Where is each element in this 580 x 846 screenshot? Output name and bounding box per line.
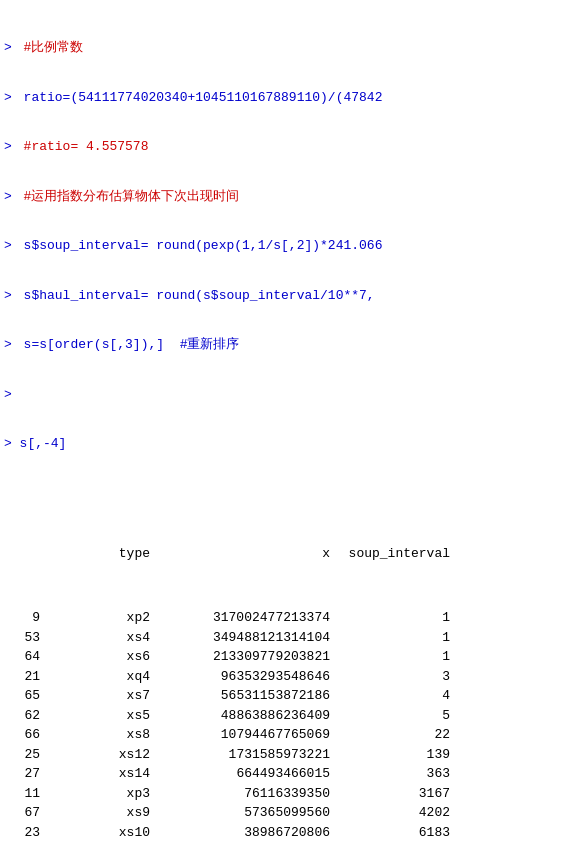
table-row: 53 xs4 349488121314104 1	[4, 628, 576, 648]
prompt-2: >	[4, 88, 12, 108]
cell-rownum: 64	[4, 647, 44, 667]
prompt-1: >	[4, 38, 12, 58]
cell-type: xs12	[44, 745, 154, 765]
prompt-5: >	[4, 236, 12, 256]
line-comment-1: > #比例常数	[4, 38, 576, 58]
cell-soup: 363	[334, 764, 454, 784]
prompt-3: >	[4, 137, 12, 157]
cell-type: xs6	[44, 647, 154, 667]
cell-soup: 9681	[334, 842, 454, 846]
command-text: > s[,-4]	[4, 434, 66, 454]
cell-x: 96353293548646	[154, 667, 334, 687]
table-row: 66 xs8 10794467765069 22	[4, 725, 576, 745]
cell-soup: 4	[334, 686, 454, 706]
cell-x: 76116339350	[154, 784, 334, 804]
cell-x: 317002477213374	[154, 608, 334, 628]
cell-rownum: 67	[4, 803, 44, 823]
cell-rownum: 66	[4, 725, 44, 745]
cell-x: 1731585973221	[154, 745, 334, 765]
cell-type: xs10	[44, 823, 154, 843]
cell-type: xq4	[44, 667, 154, 687]
table-header: type x soup_interval	[4, 544, 576, 564]
text-1: #比例常数	[16, 38, 84, 58]
table-row: 23 xs10 38986720806 6183	[4, 823, 576, 843]
cell-x: 10794467765069	[154, 725, 334, 745]
cell-x: 664493466015	[154, 764, 334, 784]
line-command: > s[,-4]	[4, 434, 576, 454]
cell-rownum: 25	[4, 745, 44, 765]
cell-type: xs16	[44, 842, 154, 846]
cell-type: xp3	[44, 784, 154, 804]
table-row: 64 xs6 213309779203821 1	[4, 647, 576, 667]
prompt-4: >	[4, 187, 12, 207]
cell-soup: 1	[334, 608, 454, 628]
text-4: #运用指数分布估算物体下次出现时间	[16, 187, 240, 207]
header-rownum	[4, 544, 44, 564]
cell-type: xs14	[44, 764, 154, 784]
line-code-3: > s$haul_interval= round(s$soup_interval…	[4, 286, 576, 306]
cell-rownum: 21	[4, 667, 44, 687]
table-row: 27 xs14 664493466015 363	[4, 764, 576, 784]
cell-soup: 139	[334, 745, 454, 765]
cell-soup: 6183	[334, 823, 454, 843]
cell-type: xs9	[44, 803, 154, 823]
table-row: 11 xp3 76116339350 3167	[4, 784, 576, 804]
text-7: s=s[order(s[,3]),] #重新排序	[16, 335, 240, 355]
prompt-6: >	[4, 286, 12, 306]
cell-soup: 1	[334, 628, 454, 648]
line-code-2: > s$soup_interval= round(pexp(1,1/s[,2])…	[4, 236, 576, 256]
cell-rownum: 65	[4, 686, 44, 706]
cell-type: xs5	[44, 706, 154, 726]
cell-x: 38986720806	[154, 823, 334, 843]
cell-rownum: 29	[4, 842, 44, 846]
cell-soup: 4202	[334, 803, 454, 823]
cell-type: xp2	[44, 608, 154, 628]
table-row: 65 xs7 56531153872186 4	[4, 686, 576, 706]
cell-soup: 3167	[334, 784, 454, 804]
line-code-4: > s=s[order(s[,3]),] #重新排序	[4, 335, 576, 355]
text-6: s$haul_interval= round(s$soup_interval/1…	[16, 286, 375, 306]
prompt-empty: >	[4, 385, 12, 405]
header-x: x	[154, 544, 334, 564]
line-code-1: > ratio=(54111774020340+1045110167889110…	[4, 88, 576, 108]
cell-x: 56531153872186	[154, 686, 334, 706]
cell-x: 213309779203821	[154, 647, 334, 667]
table-row: 67 xs9 57365099560 4202	[4, 803, 576, 823]
line-comment-2: > #ratio= 4.557578	[4, 137, 576, 157]
cell-x: 57365099560	[154, 803, 334, 823]
cell-soup: 5	[334, 706, 454, 726]
cell-type: xs4	[44, 628, 154, 648]
cell-rownum: 62	[4, 706, 44, 726]
header-type: type	[44, 544, 154, 564]
cell-rownum: 23	[4, 823, 44, 843]
header-soup: soup_interval	[334, 544, 454, 564]
table-row: 25 xs12 1731585973221 139	[4, 745, 576, 765]
line-comment-3: > #运用指数分布估算物体下次出现时间	[4, 187, 576, 207]
text-5: s$soup_interval= round(pexp(1,1/s[,2])*2…	[16, 236, 383, 256]
cell-rownum: 53	[4, 628, 44, 648]
cell-x: 48863886236409	[154, 706, 334, 726]
cell-rownum: 27	[4, 764, 44, 784]
table-body: 9 xp2 317002477213374 1 53 xs4 349488121…	[4, 608, 576, 846]
cell-type: xs8	[44, 725, 154, 745]
text-3: #ratio= 4.557578	[16, 137, 149, 157]
cell-rownum: 9	[4, 608, 44, 628]
cell-rownum: 11	[4, 784, 44, 804]
table-row: 29 xs16 24900809731 9681	[4, 842, 576, 846]
cell-soup: 22	[334, 725, 454, 745]
cell-type: xs7	[44, 686, 154, 706]
cell-soup: 3	[334, 667, 454, 687]
cell-x: 349488121314104	[154, 628, 334, 648]
table-row: 21 xq4 96353293548646 3	[4, 667, 576, 687]
text-2: ratio=(54111774020340+1045110167889110)/…	[16, 88, 383, 108]
cell-x: 24900809731	[154, 842, 334, 846]
table-row: 62 xs5 48863886236409 5	[4, 706, 576, 726]
table-row: 9 xp2 317002477213374 1	[4, 608, 576, 628]
prompt-7: >	[4, 335, 12, 355]
console-output: > #比例常数 > ratio=(54111774020340+10451101…	[0, 0, 580, 846]
cell-soup: 1	[334, 647, 454, 667]
data-table: type x soup_interval 9 xp2 3170024772133…	[4, 499, 576, 847]
line-empty: >	[4, 385, 576, 405]
